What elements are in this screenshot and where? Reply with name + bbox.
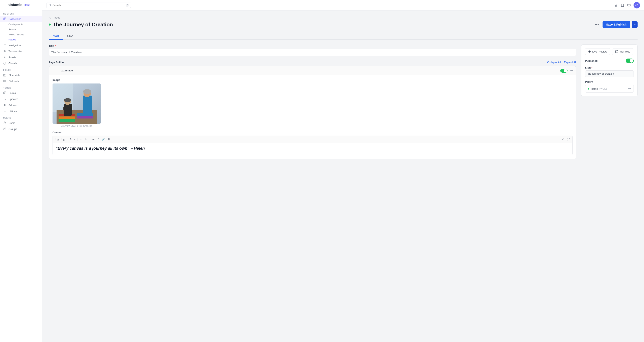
search-box[interactable]: / [46, 2, 131, 8]
save-publish-arrow-button[interactable]: ▾ [632, 21, 638, 28]
svg-rect-2 [4, 19, 5, 20]
bold-button[interactable]: B [68, 137, 73, 142]
content-area: Pages The Journey of Creation ••• Save &… [42, 10, 644, 342]
sidebar-item-updates[interactable]: Updates [0, 96, 42, 102]
quote-button[interactable]: " [96, 137, 100, 142]
book-icon[interactable] [621, 4, 624, 7]
sidebar-item-navigation-label: Navigation [8, 44, 21, 47]
sidebar-item-fieldsets[interactable]: Fieldsets [0, 78, 42, 84]
sidebar: ☰ statamic PRO CONTENT Collections Craft… [0, 0, 42, 342]
avatar[interactable]: JC [634, 2, 640, 8]
fullscreen-button[interactable]: ⛶ [566, 137, 571, 142]
more-options-button[interactable]: ••• [593, 22, 600, 28]
svg-rect-27 [83, 96, 92, 114]
sidebar-item-addons[interactable]: Addons [0, 102, 42, 108]
groups-icon [3, 127, 6, 130]
ol-button[interactable]: 1≡ [83, 137, 88, 142]
addons-icon [3, 104, 6, 106]
h3-button[interactable]: H3 [60, 137, 66, 142]
back-icon [49, 16, 52, 19]
page-header: The Journey of Creation ••• Save & Publi… [49, 21, 638, 28]
blueprints-icon [3, 74, 6, 77]
hamburger-icon[interactable]: ☰ [3, 3, 6, 7]
breadcrumb-label: Pages [53, 16, 60, 19]
updates-icon [3, 97, 6, 100]
pin-icon[interactable] [614, 4, 618, 7]
block-toggle[interactable] [560, 68, 568, 72]
svg-point-11 [4, 128, 5, 129]
globals-icon [3, 62, 6, 65]
search-input[interactable] [52, 4, 125, 7]
ul-button[interactable]: ≡ [79, 137, 83, 142]
rich-content-area[interactable]: “Every canvas is a journey all its own” … [52, 143, 572, 155]
collections-icon [3, 17, 6, 20]
sidebar-item-navigation[interactable]: Navigation [0, 42, 42, 48]
parent-collection-tag: PAGES [600, 88, 608, 90]
svg-point-32 [589, 51, 590, 52]
sidebar-item-fieldsets-label: Fieldsets [8, 80, 19, 83]
svg-point-29 [83, 89, 91, 94]
keyboard-icon[interactable] [627, 4, 631, 7]
search-shortcut: / [126, 4, 128, 7]
sidebar-item-blueprints[interactable]: Blueprints [0, 72, 42, 78]
content-section-label: CONTENT [0, 10, 42, 16]
app-logo: statamic [8, 3, 22, 7]
page-builder-group: Page Builder Collapse All Expand All ⋮⋮ … [49, 61, 576, 159]
sidebar-item-collections[interactable]: Collections [0, 16, 42, 22]
sidebar-item-assets[interactable]: Assets [0, 54, 42, 60]
collapse-all-link[interactable]: Collapse All [547, 61, 561, 64]
slug-value[interactable]: the-journey-of-creation [585, 70, 634, 77]
svg-rect-6 [4, 80, 6, 81]
utilities-icon [3, 110, 6, 113]
sidebar-subitem-pages[interactable]: Pages [0, 37, 42, 42]
sidebar-item-taxonomies[interactable]: Taxonomies [0, 48, 42, 54]
block-more-button[interactable]: ••• [570, 68, 573, 72]
sidebar-item-globals[interactable]: Globals [0, 60, 42, 66]
sidebar-item-forms[interactable]: Forms [0, 90, 42, 96]
published-label: Published [585, 59, 598, 62]
h2-button[interactable]: H2 [54, 137, 60, 142]
table-button[interactable]: ⊞ [106, 137, 111, 142]
sidebar-subitem-news-articles[interactable]: News Articles [0, 32, 42, 37]
page-title-row: The Journey of Creation [49, 22, 113, 28]
tab-seo[interactable]: SEO [63, 32, 77, 40]
title-input[interactable] [49, 49, 576, 56]
sidebar-item-users[interactable]: Users [0, 120, 42, 126]
block-title: Text Image [59, 69, 558, 72]
users-icon [3, 121, 6, 124]
parent-more-button[interactable]: ••• [628, 87, 631, 90]
save-publish-button[interactable]: Save & Publish [602, 21, 630, 28]
breadcrumb[interactable]: Pages [49, 16, 638, 19]
search-icon [48, 4, 51, 7]
parent-section: Parent Home PAGES ••• [585, 80, 634, 92]
editor-layout: Title * Page Builder Collapse All Expand… [49, 44, 638, 164]
live-preview-icon [588, 50, 591, 53]
topbar-right: JC [614, 2, 640, 8]
tab-main[interactable]: Main [49, 32, 63, 40]
link-button[interactable]: 🔗 [100, 137, 106, 142]
topbar: / JC [42, 0, 644, 10]
header-actions: ••• Save & Publish ▾ [593, 21, 638, 28]
sidebar-item-groups[interactable]: Groups [0, 126, 42, 132]
image-label: Image [52, 78, 572, 82]
highlight-button[interactable]: ✏ [91, 137, 96, 142]
taxonomies-icon [3, 50, 6, 53]
slug-required: * [592, 66, 592, 69]
sidebar-item-utilities[interactable]: Utilities [0, 108, 42, 114]
image-thumbnail [52, 84, 101, 124]
sidebar-subitem-events[interactable]: Events [0, 27, 42, 32]
published-toggle[interactable] [626, 58, 634, 63]
expand-all-link[interactable]: Expand All [564, 61, 576, 64]
assets-icon [3, 56, 6, 59]
drag-handle-icon[interactable]: ⋮⋮ [52, 69, 57, 72]
users-section-label: USERS [0, 114, 42, 120]
svg-rect-24 [64, 104, 72, 116]
visit-url-button[interactable]: Visit URL [612, 48, 633, 55]
status-dot [49, 24, 51, 26]
live-preview-button[interactable]: Live Preview [585, 48, 610, 55]
sidebar-subitem-craftspeople[interactable]: Craftspeople [0, 22, 42, 27]
expand-button[interactable]: ⤢ [561, 137, 565, 142]
svg-rect-22 [77, 116, 93, 118]
italic-button[interactable]: I [73, 137, 76, 142]
content-label: Content [52, 131, 572, 134]
